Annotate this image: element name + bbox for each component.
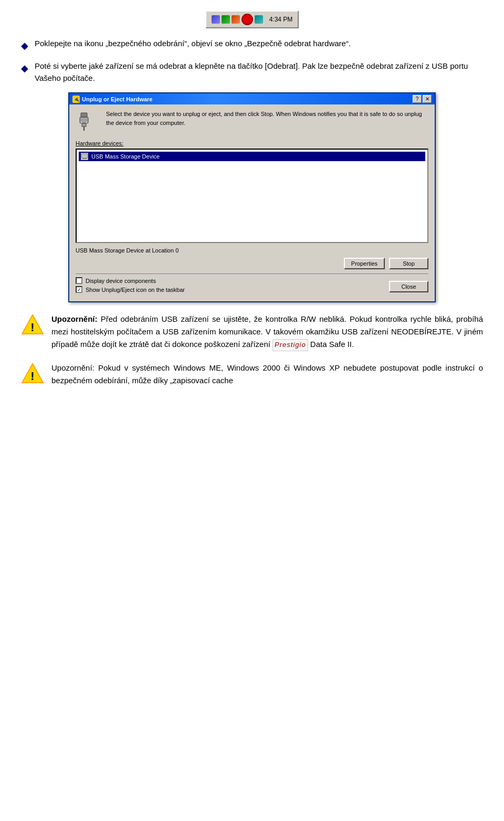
warning-content-2: Upozornění: Pokud v systémech Windows ME… [51, 363, 483, 385]
plug-icon [76, 110, 101, 135]
dialog-wrapper: 🔌 Unplug or Eject Hardware ? ✕ [68, 92, 436, 302]
dialog-checkboxes: Display device components ✓ Show Unplug/… [76, 277, 185, 293]
device-location: USB Mass Storage Device at Location 0 [76, 247, 428, 254]
svg-rect-6 [81, 154, 88, 158]
bullet-diamond-1: ◆ [21, 39, 28, 53]
help-button[interactable]: ? [413, 95, 422, 103]
arrow-icon [255, 15, 263, 24]
usb-circle-icon [242, 14, 253, 25]
svg-rect-0 [81, 113, 87, 117]
tray-icons [212, 14, 263, 25]
warning-icon-2: ! [21, 362, 44, 385]
close-title-button[interactable]: ✕ [423, 95, 432, 103]
sound-icon [212, 15, 220, 24]
titlebar-buttons[interactable]: ? ✕ [413, 95, 432, 103]
taskbar-time: 4:34 PM [269, 16, 293, 23]
svg-rect-9 [82, 159, 87, 159]
warning-text-1: Upozornění: Před odebráním USB zařízení … [51, 313, 483, 351]
display-components-checkbox[interactable] [76, 277, 82, 284]
checkbox-row-1[interactable]: Display device components [76, 277, 185, 284]
prestige-brand: Prestigio [272, 339, 308, 351]
properties-button[interactable]: Properties [344, 258, 385, 269]
dialog-separator [76, 273, 428, 274]
warning-text-2: Upozornění: Pokud v systémech Windows ME… [51, 362, 483, 387]
device-item-icon [81, 153, 88, 160]
device-listbox[interactable]: USB Mass Storage Device [76, 149, 428, 243]
warning-section-2: ! Upozornění: Pokud v systémech Windows … [21, 362, 483, 387]
show-icon-label: Show Unplug/Eject icon on the taskbar [86, 287, 185, 293]
dialog-action-buttons: Properties Stop [76, 258, 428, 269]
warning-content-1a: Před odebráním USB zařízení se ujistěte,… [101, 314, 350, 323]
device-list-item[interactable]: USB Mass Storage Device [79, 152, 425, 161]
display-components-label: Display device components [86, 278, 156, 284]
titlebar-icon: 🔌 [72, 96, 80, 103]
checkbox-row-2[interactable]: ✓ Show Unplug/Eject icon on the taskbar [76, 286, 185, 293]
dialog-close-button[interactable]: Close [389, 281, 428, 292]
device-item-label: USB Mass Storage Device [91, 153, 160, 160]
bullet-item-2: ◆ Poté si vyberte jaké zařízení se má od… [21, 60, 483, 84]
svg-rect-2 [82, 123, 86, 127]
warning-label-1: Upozornění: [51, 314, 98, 323]
svg-rect-4 [81, 121, 82, 123]
svg-rect-5 [86, 121, 87, 123]
warning-icon-1: ! [21, 313, 44, 336]
pc-icon [222, 15, 230, 24]
svg-text:!: ! [30, 321, 34, 334]
dialog-title: Unplug or Eject Hardware [82, 96, 152, 102]
hardware-devices-label: Hardware devices: [76, 140, 428, 146]
svg-text:!: ! [30, 370, 34, 383]
warning-section-1: ! Upozornění: Před odebráním USB zařízen… [21, 313, 483, 351]
bullet-item-1: ◆ Poklepejte na ikonu „bezpečného odebrá… [21, 38, 483, 53]
taskbar-area: 4:34 PM [21, 10, 483, 28]
bullet-text-2: Poté si vyberte jaké zařízení se má odeb… [35, 60, 483, 84]
dialog-body: Select the device you want to unplug or … [69, 104, 435, 301]
bullet-diamond-2: ◆ [21, 61, 28, 76]
taskbar-tray: 4:34 PM [205, 10, 299, 28]
stop-button[interactable]: Stop [389, 258, 428, 269]
win-dialog: 🔌 Unplug or Eject Hardware ? ✕ [68, 92, 436, 302]
dialog-instruction: Select the device you want to unplug or … [106, 110, 428, 135]
bullet-text-1: Poklepejte na ikonu „bezpečného odebrání… [35, 38, 483, 50]
dialog-top-section: Select the device you want to unplug or … [76, 110, 428, 135]
titlebar-left: 🔌 Unplug or Eject Hardware [72, 96, 152, 103]
show-icon-checkbox[interactable]: ✓ [76, 286, 82, 293]
win-titlebar: 🔌 Unplug or Eject Hardware ? ✕ [69, 93, 435, 104]
warning-content-1c: Data Safe II. [310, 340, 354, 349]
dialog-bottom-row: Display device components ✓ Show Unplug/… [76, 277, 428, 296]
network-icon [232, 15, 240, 24]
